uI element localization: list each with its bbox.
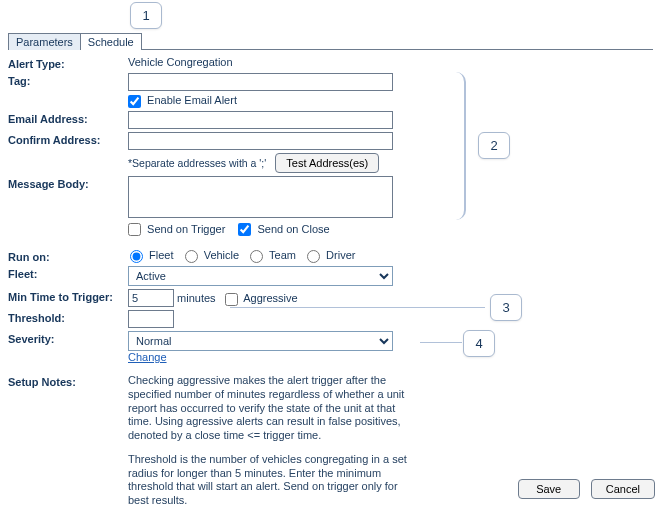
- send-close-text: Send on Close: [257, 223, 329, 235]
- message-body-textarea[interactable]: [128, 176, 393, 218]
- run-team-radio[interactable]: [250, 250, 263, 263]
- label-min-time: Min Time to Trigger:: [8, 289, 128, 303]
- run-team-text: Team: [269, 249, 296, 261]
- send-close-label[interactable]: Send on Close: [238, 223, 329, 235]
- aggressive-label[interactable]: Aggressive: [225, 292, 298, 304]
- save-button[interactable]: Save: [518, 479, 580, 499]
- label-severity: Severity:: [8, 331, 128, 345]
- run-fleet-text: Fleet: [149, 249, 173, 261]
- send-trigger-text: Send on Trigger: [147, 223, 225, 235]
- label-run-on: Run on:: [8, 249, 128, 263]
- confirm-input[interactable]: [128, 132, 393, 150]
- run-vehicle-text: Vehicle: [204, 249, 239, 261]
- aggressive-text: Aggressive: [243, 292, 297, 304]
- enable-email-text: Enable Email Alert: [147, 94, 237, 106]
- tab-bar: ParametersSchedule: [8, 32, 653, 50]
- cancel-button[interactable]: Cancel: [591, 479, 655, 499]
- run-driver-label[interactable]: Driver: [305, 249, 355, 261]
- tab-parameters[interactable]: Parameters: [8, 33, 81, 50]
- label-fleet: Fleet:: [8, 266, 128, 280]
- run-vehicle-radio[interactable]: [185, 250, 198, 263]
- setup-notes-p1: Checking aggressive makes the alert trig…: [128, 374, 413, 443]
- setup-notes-p2: Threshold is the number of vehicles cong…: [128, 453, 413, 508]
- aggressive-checkbox[interactable]: [225, 293, 238, 306]
- label-alert-type: Alert Type:: [8, 56, 128, 70]
- enable-email-checkbox[interactable]: [128, 95, 141, 108]
- threshold-input[interactable]: [128, 310, 174, 328]
- callout-1: 1: [130, 2, 162, 29]
- alert-type-value: Vehicle Congregation: [128, 56, 438, 68]
- minutes-text: minutes: [177, 292, 216, 304]
- change-link[interactable]: Change: [128, 351, 167, 363]
- label-tag: Tag:: [8, 73, 128, 87]
- min-time-input[interactable]: [128, 289, 174, 307]
- email-input[interactable]: [128, 111, 393, 129]
- enable-email-label[interactable]: Enable Email Alert: [128, 94, 237, 106]
- label-setup-notes: Setup Notes:: [8, 374, 128, 388]
- send-trigger-label[interactable]: Send on Trigger: [128, 223, 228, 235]
- run-driver-radio[interactable]: [307, 250, 320, 263]
- run-team-label[interactable]: Team: [248, 249, 299, 261]
- tab-schedule[interactable]: Schedule: [80, 33, 142, 50]
- tag-input[interactable]: [128, 73, 393, 91]
- run-vehicle-label[interactable]: Vehicle: [183, 249, 243, 261]
- run-driver-text: Driver: [326, 249, 355, 261]
- send-close-checkbox[interactable]: [238, 223, 251, 236]
- separator-hint: *Separate addresses with a ';': [128, 157, 266, 169]
- send-trigger-checkbox[interactable]: [128, 223, 141, 236]
- setup-notes: Checking aggressive makes the alert trig…: [128, 374, 413, 508]
- run-fleet-label[interactable]: Fleet: [128, 249, 177, 261]
- fleet-select[interactable]: Active: [128, 266, 393, 286]
- label-confirm: Confirm Address:: [8, 132, 128, 146]
- run-fleet-radio[interactable]: [130, 250, 143, 263]
- label-threshold: Threshold:: [8, 310, 128, 324]
- test-addresses-button[interactable]: Test Address(es): [275, 153, 379, 173]
- label-email: Email Address:: [8, 111, 128, 125]
- severity-select[interactable]: Normal: [128, 331, 393, 351]
- label-msg-body: Message Body:: [8, 176, 128, 190]
